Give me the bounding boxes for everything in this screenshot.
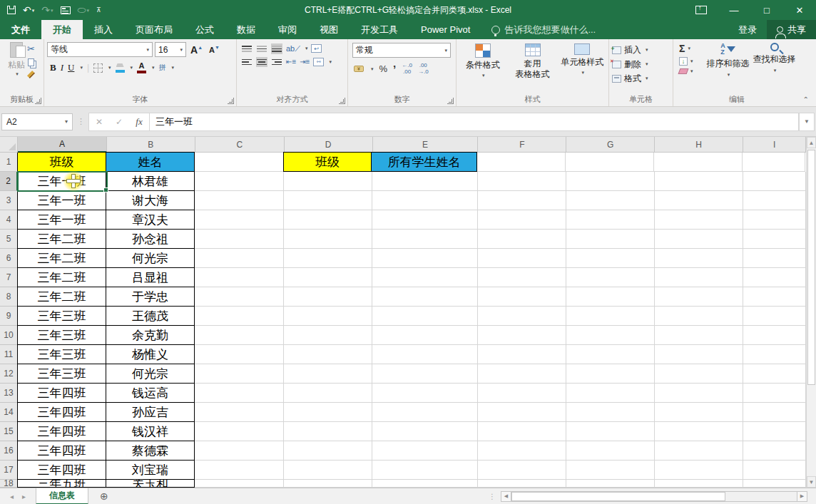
row-header-5[interactable]: 5	[0, 230, 18, 249]
insert-cells-button[interactable]: 插入▾	[612, 43, 670, 57]
borders-icon[interactable]	[93, 63, 103, 73]
cell-H11[interactable]	[655, 345, 743, 364]
cell-H10[interactable]	[655, 326, 743, 345]
save-icon[interactable]	[7, 6, 16, 14]
tab-公式[interactable]: 公式	[184, 20, 225, 39]
cell-C16[interactable]	[195, 441, 284, 461]
scroll-down-icon[interactable]: ▼	[807, 476, 816, 488]
cell-E5[interactable]	[372, 230, 478, 249]
conditional-formatting-button[interactable]: 条件格式 ▾	[459, 43, 506, 93]
cell-I8[interactable]	[743, 287, 806, 307]
cell-D8[interactable]	[284, 287, 372, 307]
cell-B3[interactable]: 谢大海	[106, 191, 195, 210]
cell-F9[interactable]	[478, 307, 566, 326]
cell-C6[interactable]	[195, 249, 284, 268]
cell-C9[interactable]	[195, 307, 284, 326]
cell-B12[interactable]: 何光宗	[106, 364, 195, 384]
cell-F2[interactable]	[478, 172, 566, 191]
underline-button[interactable]: U	[68, 62, 74, 73]
cell-C10[interactable]	[195, 326, 284, 345]
row-header-11[interactable]: 11	[0, 345, 18, 364]
row-header-16[interactable]: 16	[0, 441, 18, 461]
cell-B15[interactable]: 钱汉祥	[106, 422, 195, 441]
cell-I12[interactable]	[743, 364, 806, 384]
cell-E2[interactable]	[372, 172, 478, 191]
cell-G4[interactable]	[566, 210, 655, 230]
cell-D11[interactable]	[284, 345, 372, 364]
cell-C8[interactable]	[195, 287, 284, 307]
row-header-6[interactable]: 6	[0, 249, 18, 268]
cell-B13[interactable]: 钱运高	[106, 384, 195, 403]
scroll-up-icon[interactable]: ▲	[807, 137, 816, 148]
format-cells-button[interactable]: 格式▾	[612, 71, 670, 86]
accounting-format-icon[interactable]: ¥	[354, 66, 364, 72]
cell-B11[interactable]: 杨惟义	[106, 345, 195, 364]
row-header-13[interactable]: 13	[0, 384, 18, 403]
share-button[interactable]: 共享	[767, 20, 816, 39]
cell-G11[interactable]	[566, 345, 655, 364]
cell-G17[interactable]	[566, 461, 655, 480]
cell-A18[interactable]: 三年五班	[17, 480, 106, 488]
cell-B14[interactable]: 孙应吉	[106, 403, 195, 422]
alignment-dialog-launcher-icon[interactable]	[339, 98, 345, 104]
horizontal-scrollbar[interactable]: ◀ ▶	[501, 491, 807, 502]
row-header-18[interactable]: 18	[0, 480, 18, 488]
tab-视图[interactable]: 视图	[308, 20, 350, 39]
cell-H8[interactable]	[655, 287, 743, 307]
cell-H9[interactable]	[655, 307, 743, 326]
cell-B18[interactable]: 关玉和	[106, 480, 195, 488]
cell-F17[interactable]	[478, 461, 566, 480]
cell-D12[interactable]	[284, 364, 372, 384]
cell-E15[interactable]	[372, 422, 478, 441]
cell-I17[interactable]	[743, 461, 806, 480]
sign-in-button[interactable]: 登录	[728, 20, 767, 39]
font-dialog-launcher-icon[interactable]	[228, 98, 234, 104]
cut-icon[interactable]: ✂	[27, 43, 35, 54]
maximize-button[interactable]: □	[750, 0, 783, 20]
cell-I11[interactable]	[743, 345, 806, 364]
cell-C12[interactable]	[195, 364, 284, 384]
cell-D16[interactable]	[284, 441, 372, 461]
sheet-grid[interactable]: ABCDEFGHI 1班级姓名班级所有学生姓名2三年一班林君雄3三年一班谢大海4…	[0, 137, 806, 488]
cell-C13[interactable]	[195, 384, 284, 403]
cell-E9[interactable]	[372, 307, 478, 326]
decrease-decimal-icon[interactable]: .00→.0	[418, 63, 429, 76]
tell-me-box[interactable]: 告诉我您想要做什么...	[491, 20, 596, 39]
row-header-7[interactable]: 7	[0, 268, 18, 287]
increase-indent-icon[interactable]: ⇥≡	[300, 58, 310, 66]
cell-A12[interactable]: 三年三班	[17, 364, 106, 384]
cell-E3[interactable]	[372, 191, 478, 210]
cell-B7[interactable]: 吕显祖	[106, 268, 195, 287]
cell-H17[interactable]	[655, 461, 743, 480]
decrease-indent-icon[interactable]: ⇤≡	[286, 58, 296, 66]
cell-B16[interactable]: 蔡德霖	[106, 441, 195, 461]
format-painter-icon[interactable]	[27, 71, 35, 78]
cell-E16[interactable]	[372, 441, 478, 461]
row-header-3[interactable]: 3	[0, 191, 18, 210]
cell-D7[interactable]	[284, 268, 372, 287]
row-header-10[interactable]: 10	[0, 326, 18, 345]
cell-C5[interactable]	[195, 230, 284, 249]
cell-I13[interactable]	[743, 384, 806, 403]
cell-I7[interactable]	[743, 268, 806, 287]
cell-styles-button[interactable]: 单元格样式 ▾	[559, 43, 606, 93]
cell-G10[interactable]	[566, 326, 655, 345]
cell-H7[interactable]	[655, 268, 743, 287]
percent-style-icon[interactable]: %	[379, 63, 388, 74]
cell-F6[interactable]	[478, 249, 566, 268]
cell-B1[interactable]: 姓名	[106, 152, 195, 172]
cell-D4[interactable]	[284, 210, 372, 230]
align-right-icon[interactable]	[271, 57, 282, 68]
cell-D5[interactable]	[284, 230, 372, 249]
expand-formula-bar-icon[interactable]: ▼	[799, 113, 815, 131]
prev-sheet-icon[interactable]: ◂	[10, 493, 14, 500]
fill-button[interactable]: ↓▾	[679, 57, 705, 66]
scroll-right-icon[interactable]: ▶	[797, 491, 807, 502]
collapse-ribbon-icon[interactable]: ⌃	[803, 96, 809, 103]
cell-E10[interactable]	[372, 326, 478, 345]
undo-icon[interactable]: ↶▾	[23, 5, 34, 15]
cell-C17[interactable]	[195, 461, 284, 480]
cell-F15[interactable]	[478, 422, 566, 441]
cell-I18[interactable]	[743, 480, 806, 488]
cell-E17[interactable]	[372, 461, 478, 480]
